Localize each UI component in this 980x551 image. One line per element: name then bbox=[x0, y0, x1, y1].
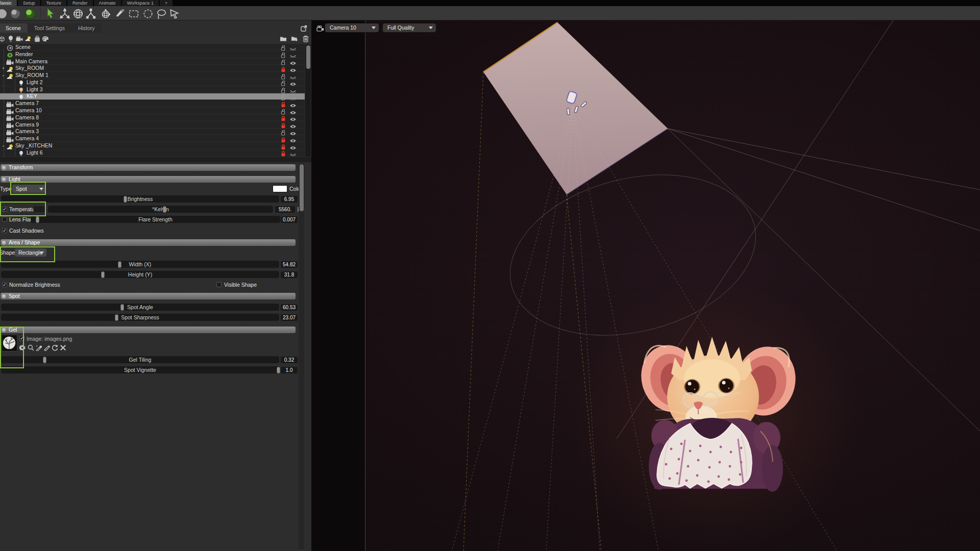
tree-expander-icon[interactable]: − bbox=[1, 73, 6, 78]
bag-icon[interactable] bbox=[34, 35, 41, 42]
spot-angle-slider[interactable]: Spot Angle bbox=[1, 304, 279, 311]
tree-expander-icon[interactable]: − bbox=[1, 143, 6, 148]
height-slider[interactable]: Height (Y) bbox=[1, 271, 279, 278]
slider-handle[interactable] bbox=[277, 367, 280, 373]
eye-visible-icon[interactable] bbox=[289, 59, 297, 64]
tree-row-camera-3[interactable]: Camera 3 bbox=[0, 129, 305, 136]
workspace-tab-texture[interactable]: Texture bbox=[41, 0, 67, 6]
tree-row-camera-10[interactable]: Camera 10 bbox=[0, 107, 305, 114]
workspace-tab-setup[interactable]: Setup bbox=[18, 0, 40, 6]
tree-expander-icon[interactable]: + bbox=[1, 66, 6, 71]
tree-row-sky-room[interactable]: +Sky_ROOM bbox=[0, 65, 305, 72]
eye-visible-icon[interactable] bbox=[289, 136, 297, 141]
brightness-value[interactable]: 6.95 bbox=[281, 196, 298, 203]
spot-vignette-value[interactable]: 1.0 bbox=[281, 367, 298, 373]
slider-handle[interactable] bbox=[36, 216, 39, 223]
workspace-tab-workspace-1[interactable]: Workspace 1 bbox=[122, 0, 159, 6]
visible-shape-checkbox[interactable] bbox=[216, 282, 222, 287]
eye-half-icon[interactable] bbox=[289, 52, 297, 57]
slider-handle[interactable] bbox=[120, 304, 124, 311]
shape-dropdown[interactable]: Rectangle bbox=[15, 248, 46, 257]
tree-row-light-2[interactable]: Light 2 bbox=[0, 79, 305, 86]
tree-row-render[interactable]: Render bbox=[0, 51, 305, 58]
tree-row-light-6[interactable]: Light 6 bbox=[0, 149, 305, 157]
lock-open-icon[interactable] bbox=[281, 72, 286, 79]
width-value[interactable]: 54.82 bbox=[281, 261, 298, 268]
viewport-canvas[interactable] bbox=[312, 20, 980, 551]
rotate-tool-icon[interactable] bbox=[72, 8, 84, 19]
camera-select-dropdown[interactable]: Camera 10 bbox=[325, 23, 379, 32]
slider-handle[interactable] bbox=[163, 206, 166, 213]
lock-closed-icon[interactable] bbox=[281, 143, 286, 149]
lock-closed-icon[interactable] bbox=[281, 136, 286, 142]
normalize-brightness-checkbox[interactable]: ✓ bbox=[2, 282, 7, 287]
slider-handle[interactable] bbox=[118, 261, 121, 268]
lock-closed-icon[interactable] bbox=[281, 101, 286, 107]
gel-refresh-icon[interactable] bbox=[52, 344, 58, 350]
poly-select-tool-icon[interactable] bbox=[169, 8, 180, 19]
eye-visible-icon[interactable] bbox=[289, 143, 297, 148]
temperature-value[interactable]: 5560. bbox=[275, 206, 295, 213]
quality-select-dropdown[interactable]: Full Quality bbox=[383, 23, 436, 32]
light-color-swatch[interactable] bbox=[273, 185, 287, 192]
workspace-tab--[interactable]: + bbox=[160, 0, 173, 6]
lock-closed-icon[interactable] bbox=[281, 121, 286, 128]
lock-open-icon[interactable] bbox=[281, 129, 286, 135]
tree-scrollbar[interactable] bbox=[305, 44, 311, 157]
sphere-shaded-icon[interactable] bbox=[10, 8, 21, 19]
eye-visible-icon[interactable] bbox=[289, 129, 297, 134]
gel-close-icon[interactable] bbox=[60, 344, 66, 350]
lock-closed-icon[interactable] bbox=[281, 149, 286, 156]
lock-open-icon[interactable] bbox=[281, 86, 286, 92]
expand-panel-icon[interactable] bbox=[301, 24, 307, 31]
tree-row-camera-8[interactable]: Camera 8 bbox=[0, 114, 305, 121]
tab-history[interactable]: History bbox=[71, 23, 102, 33]
eye-half-icon[interactable] bbox=[289, 94, 297, 99]
circle-select-tool-icon[interactable] bbox=[142, 8, 154, 19]
lock-open-icon[interactable] bbox=[281, 51, 286, 57]
lens-flare-checkbox[interactable] bbox=[2, 217, 7, 222]
gel-tiling-slider[interactable]: Gel Tiling bbox=[1, 356, 279, 363]
tree-row-camera-4[interactable]: Camera 4 bbox=[0, 135, 305, 142]
tab-scene[interactable]: Scene bbox=[0, 23, 28, 33]
lock-open-icon[interactable] bbox=[281, 79, 286, 85]
eye-visible-icon[interactable] bbox=[289, 108, 297, 113]
sky-icon[interactable] bbox=[24, 35, 32, 42]
eye-half-icon[interactable] bbox=[289, 73, 297, 78]
temperature-checkbox[interactable]: ✓ bbox=[2, 207, 7, 212]
cursor-tool-icon[interactable] bbox=[45, 8, 57, 19]
rect-select-tool-icon[interactable] bbox=[128, 8, 139, 19]
width-slider[interactable]: Width (X) bbox=[1, 261, 279, 268]
gel-magnify-icon[interactable] bbox=[28, 344, 34, 350]
eye-visible-icon[interactable] bbox=[289, 101, 297, 106]
eye-half-icon[interactable] bbox=[289, 150, 297, 155]
lock-closed-icon[interactable] bbox=[281, 65, 286, 71]
workspace-tab-classic[interactable]: Classic bbox=[0, 0, 17, 6]
camera-icon[interactable] bbox=[16, 35, 23, 42]
eye-visible-icon[interactable] bbox=[289, 122, 297, 127]
viewport-3d[interactable]: Camera 10 Full Quality bbox=[312, 20, 980, 551]
move-tool-icon[interactable] bbox=[59, 8, 70, 19]
panel-splitter[interactable] bbox=[0, 157, 311, 162]
gel-tiling-value[interactable]: 0.32 bbox=[281, 357, 298, 363]
tree-row-camera-7[interactable]: Camera 7 bbox=[0, 100, 305, 107]
palette-icon[interactable] bbox=[42, 35, 49, 42]
spot-angle-value[interactable]: 60.53 bbox=[281, 304, 298, 311]
tree-row-sky-kitchen[interactable]: −Sky _KITCHEN bbox=[0, 142, 305, 149]
cast-shadows-checkbox[interactable]: ✓ bbox=[2, 228, 7, 233]
properties-scrollbar[interactable] bbox=[299, 163, 304, 549]
tree-row-main-camera[interactable]: Main Camera bbox=[0, 58, 305, 65]
section-header-gel[interactable]: Gel bbox=[1, 327, 296, 333]
lock-closed-icon[interactable] bbox=[281, 114, 286, 120]
knife-tool-icon[interactable] bbox=[114, 8, 126, 19]
lock-open-icon[interactable] bbox=[281, 58, 286, 64]
slider-handle[interactable] bbox=[101, 271, 105, 278]
tree-row-camera-9[interactable]: Camera 9 bbox=[0, 121, 305, 129]
folder-icon[interactable] bbox=[280, 35, 287, 42]
height-value[interactable]: 31.8 bbox=[281, 271, 298, 278]
temperature-slider[interactable]: °Kelvin bbox=[48, 206, 273, 213]
scale-tool-icon[interactable] bbox=[85, 8, 96, 19]
lock-open-icon[interactable] bbox=[281, 44, 286, 50]
gel-gear-icon[interactable] bbox=[19, 344, 26, 350]
flare-strength-value[interactable]: 0.007 bbox=[281, 216, 298, 223]
